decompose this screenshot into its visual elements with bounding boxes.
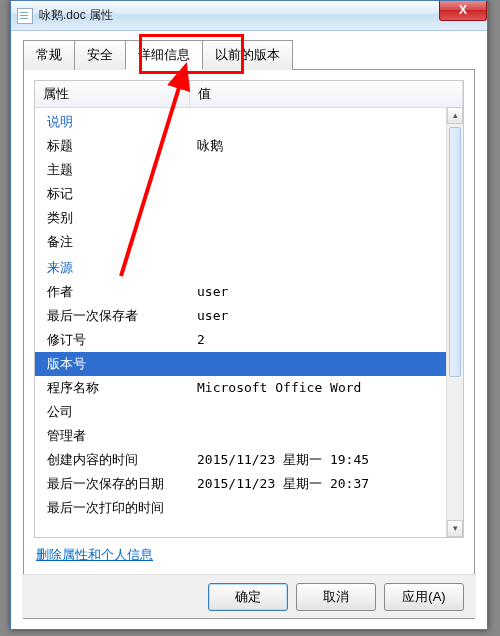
tab-details[interactable]: 详细信息 [125,40,203,70]
apply-button[interactable]: 应用(A) [384,583,464,611]
group-description: 说明 [35,108,463,134]
row-revision[interactable]: 修订号2 [35,328,463,352]
window-title: 咏鹅.doc 属性 [39,7,113,24]
property-list: 属性 值 说明 标题咏鹅 主题 标记 类别 备注 来源 作者user 最后一次保… [34,80,464,538]
row-manager[interactable]: 管理者 [35,424,463,448]
row-subject[interactable]: 主题 [35,158,463,182]
row-comments[interactable]: 备注 [35,230,463,254]
tab-security[interactable]: 安全 [74,40,126,70]
row-last-saved[interactable]: 最后一次保存的日期2015/11/23 星期一 20:37 [35,472,463,496]
column-property[interactable]: 属性 [35,81,190,107]
row-created[interactable]: 创建内容的时间2015/11/23 星期一 19:45 [35,448,463,472]
list-header: 属性 值 [35,81,463,108]
ok-button[interactable]: 确定 [208,583,288,611]
close-button[interactable]: X [439,1,487,21]
scroll-down-icon[interactable]: ▾ [447,520,463,537]
row-company[interactable]: 公司 [35,400,463,424]
group-origin: 来源 [35,254,463,280]
scroll-thumb[interactable] [449,127,461,377]
row-category[interactable]: 类别 [35,206,463,230]
row-version[interactable]: 版本号 [35,352,463,376]
row-program[interactable]: 程序名称Microsoft Office Word [35,376,463,400]
row-last-saved-by[interactable]: 最后一次保存者user [35,304,463,328]
link-row: 删除属性和个人信息 [34,538,464,564]
details-panel: 属性 值 说明 标题咏鹅 主题 标记 类别 备注 来源 作者user 最后一次保… [23,69,475,619]
list-body: 说明 标题咏鹅 主题 标记 类别 备注 来源 作者user 最后一次保存者use… [35,108,463,538]
titlebar[interactable]: 咏鹅.doc 属性 X [11,1,487,31]
scroll-up-icon[interactable]: ▴ [447,107,463,124]
tab-strip: 常规 安全 详细信息 以前的版本 [23,39,475,69]
dialog-buttons: 确定 取消 应用(A) [22,574,476,618]
tab-general[interactable]: 常规 [23,40,75,70]
row-author[interactable]: 作者user [35,280,463,304]
client-area: 常规 安全 详细信息 以前的版本 属性 值 说明 标题咏鹅 主题 标记 类别 备… [11,31,487,629]
cancel-button[interactable]: 取消 [296,583,376,611]
row-tags[interactable]: 标记 [35,182,463,206]
row-title[interactable]: 标题咏鹅 [35,134,463,158]
document-icon [17,8,33,24]
vertical-scrollbar[interactable]: ▴ ▾ [446,107,463,537]
row-last-printed[interactable]: 最后一次打印的时间 [35,496,463,520]
remove-properties-link[interactable]: 删除属性和个人信息 [36,547,153,562]
tab-previous-versions[interactable]: 以前的版本 [202,40,293,70]
column-value[interactable]: 值 [190,81,463,107]
properties-dialog: 咏鹅.doc 属性 X 常规 安全 详细信息 以前的版本 属性 值 说明 标题咏… [10,0,488,630]
